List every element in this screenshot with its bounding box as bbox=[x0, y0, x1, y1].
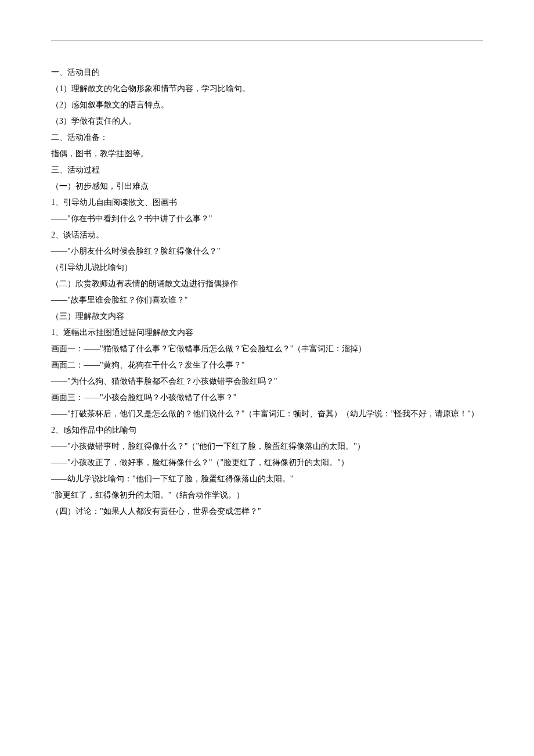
text-line: "脸更红了，红得像初升的太阳。"（结合动作学说。） bbox=[51, 487, 483, 503]
text-line: 1、引导幼儿自由阅读散文、图画书 bbox=[51, 195, 483, 211]
text-line: ——"故事里谁会脸红？你们喜欢谁？" bbox=[51, 292, 483, 308]
text-line: （2）感知叙事散文的语言特点。 bbox=[51, 97, 483, 113]
document-content: 一、活动目的 （1）理解散文的化合物形象和情节内容，学习比喻句。 （2）感知叙事… bbox=[51, 64, 483, 520]
text-line: （四）讨论："如果人人都没有责任心，世界会变成怎样？" bbox=[51, 503, 483, 520]
text-line: 画面一：——"猫做错了什么事？它做错事后怎么做？它会脸红么？"（丰富词汇：溜掉） bbox=[51, 341, 483, 357]
text-line: 2、感知作品中的比喻句 bbox=[51, 422, 483, 438]
text-line: （一）初步感知，引出难点 bbox=[51, 178, 483, 195]
text-line: ——"打破茶杯后，他们又是怎么做的？他们说什么？"（丰富词汇：顿时、奋其）（幼儿… bbox=[51, 406, 483, 422]
text-line: （3）学做有责任的人。 bbox=[51, 113, 483, 129]
text-line: 画面二：——"黄狗、花狗在干什么？发生了什么事？" bbox=[51, 357, 483, 373]
text-line: 一、活动目的 bbox=[51, 64, 483, 81]
text-line: 1、逐幅出示挂图通过提问理解散文内容 bbox=[51, 325, 483, 341]
text-line: （三）理解散文内容 bbox=[51, 308, 483, 325]
text-line: ——"你在书中看到什么？书中讲了什么事？" bbox=[51, 211, 483, 227]
text-line: （二）欣赏教师边有表情的朗诵散文边进行指偶操作 bbox=[51, 276, 483, 292]
text-line: ——"小孩做错事时，脸红得像什么？"（"他们一下红了脸，脸蛋红得像落山的太阳。"… bbox=[51, 438, 483, 455]
text-line: ——幼儿学说比喻句："他们一下红了脸，脸蛋红得像落山的太阳。" bbox=[51, 471, 483, 487]
horizontal-divider bbox=[51, 41, 483, 41]
text-line: （引导幼儿说比喻句） bbox=[51, 260, 483, 276]
text-line: 指偶，图书，教学挂图等。 bbox=[51, 146, 483, 162]
text-line: ——"小孩改正了，做好事，脸红得像什么？"（"脸更红了，红得像初升的太阳。"） bbox=[51, 455, 483, 471]
text-line: 二、活动准备： bbox=[51, 129, 483, 146]
text-line: （1）理解散文的化合物形象和情节内容，学习比喻句。 bbox=[51, 81, 483, 97]
text-line: ——"小朋友什么时候会脸红？脸红得像什么？" bbox=[51, 243, 483, 260]
text-line: 三、活动过程 bbox=[51, 162, 483, 178]
text-line: 2、谈话活动。 bbox=[51, 227, 483, 243]
text-line: ——"为什么狗、猫做错事脸都不会红？小孩做错事会脸红吗？" bbox=[51, 373, 483, 390]
text-line: 画面三：——"小孩会脸红吗？小孩做错了什么事？" bbox=[51, 390, 483, 406]
